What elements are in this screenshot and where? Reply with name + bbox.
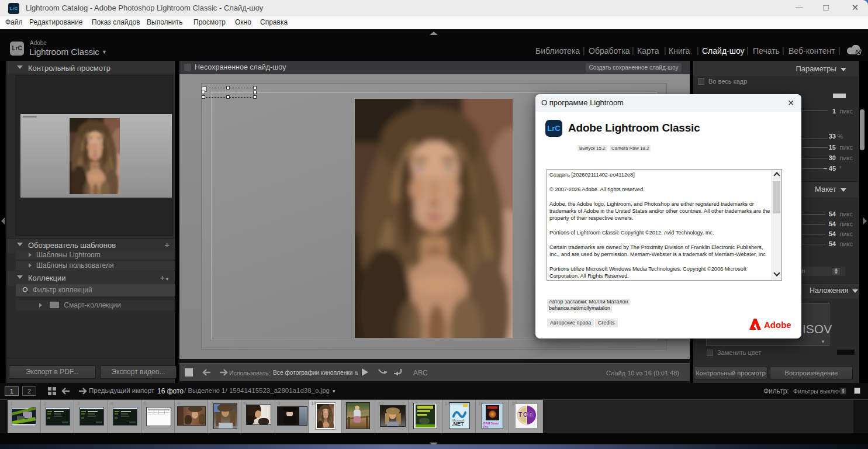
svg-text:Adobe: Adobe <box>764 320 791 330</box>
